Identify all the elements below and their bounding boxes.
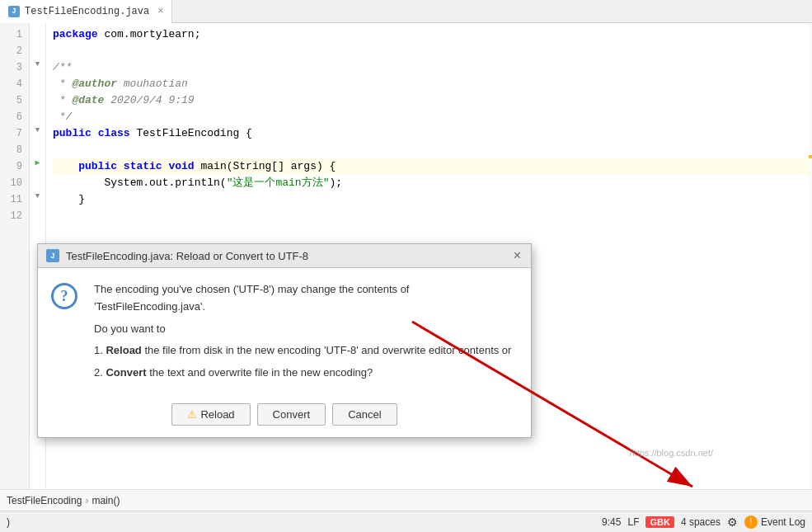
code-line-2 bbox=[53, 43, 809, 59]
line-numbers: 1 2 3 4 5 6 7 8 9 10 11 12 bbox=[0, 23, 30, 489]
dialog-message: The encoding you've chosen ('UTF-8') may… bbox=[94, 281, 518, 387]
status-right: 9:45 LF GBK 4 spaces ⚙ ! Event Log bbox=[602, 516, 805, 529]
event-log-label: Event Log bbox=[761, 516, 805, 528]
dialog-icon-area: ? bbox=[51, 281, 82, 387]
code-line-7: public class TestFileEncoding { bbox=[53, 125, 809, 142]
indent-icon: ⚙ bbox=[727, 516, 738, 529]
dialog-line3-prefix: 1. bbox=[94, 344, 106, 356]
watermark: https://blog.csdn.net/ bbox=[629, 448, 713, 458]
status-encoding-gbk[interactable]: GBK bbox=[645, 516, 674, 528]
status-indent: 4 spaces bbox=[681, 516, 720, 528]
dialog-line4: 2. Convert the text and overwrite file i… bbox=[94, 365, 518, 382]
dialog-java-icon: J bbox=[46, 249, 59, 262]
dialog-buttons: ⚠ Reload Convert Cancel bbox=[38, 397, 531, 437]
dialog-body: ? The encoding you've chosen ('UTF-8') m… bbox=[38, 268, 531, 397]
warning-icon: ⚠ bbox=[187, 408, 197, 421]
dialog-title-text: J TestFileEncoding.java: Reload or Conve… bbox=[46, 249, 308, 262]
dialog-convert-bold: Convert bbox=[106, 366, 146, 379]
warning-marker bbox=[809, 155, 812, 158]
dialog-close-button[interactable]: × bbox=[512, 249, 523, 262]
status-time: 9:45 bbox=[602, 516, 621, 528]
status-line-col: ) bbox=[7, 516, 10, 528]
tab-bar: J TestFileEncoding.java × bbox=[0, 0, 812, 23]
dialog-line3: 1. Reload the file from disk in the new … bbox=[94, 342, 518, 360]
code-line-5: * @date 2020/9/4 9:19 bbox=[53, 92, 809, 109]
tab-label: TestFileEncoding.java bbox=[25, 6, 149, 17]
question-icon: ? bbox=[51, 283, 77, 309]
breadcrumb: TestFileEncoding › main() bbox=[0, 489, 812, 511]
breadcrumb-class: TestFileEncoding bbox=[7, 495, 82, 506]
reload-convert-dialog: J TestFileEncoding.java: Reload or Conve… bbox=[37, 243, 532, 438]
status-bar: ) 9:45 LF GBK 4 spaces ⚙ ! Event Log bbox=[0, 511, 812, 532]
dialog-title-bar: J TestFileEncoding.java: Reload or Conve… bbox=[38, 244, 531, 268]
file-tab[interactable]: J TestFileEncoding.java × bbox=[0, 0, 172, 23]
tab-close-button[interactable]: × bbox=[157, 6, 163, 17]
breadcrumb-method: main() bbox=[92, 495, 120, 506]
code-line-11: } bbox=[53, 191, 809, 208]
dialog-line1: The encoding you've chosen ('UTF-8') may… bbox=[94, 281, 518, 316]
cancel-button[interactable]: Cancel bbox=[332, 403, 397, 426]
event-log-button[interactable]: ! Event Log bbox=[744, 516, 805, 529]
convert-button[interactable]: Convert bbox=[257, 403, 326, 426]
code-line-3: /** bbox=[53, 59, 809, 76]
java-file-icon: J bbox=[8, 6, 20, 17]
event-icon: ! bbox=[744, 516, 758, 529]
breadcrumb-separator: › bbox=[85, 495, 88, 506]
code-line-12 bbox=[53, 208, 809, 224]
dialog-title-label: TestFileEncoding.java: Reload or Convert… bbox=[66, 250, 308, 262]
right-margin bbox=[809, 23, 812, 489]
dialog-line3-suffix: the file from disk in the new encoding '… bbox=[142, 344, 512, 356]
code-line-4: * @author mouhaotian bbox=[53, 76, 809, 92]
code-line-6: */ bbox=[53, 109, 809, 125]
status-line-ending: LF bbox=[627, 516, 639, 528]
code-line-9: public static void main(String[] args) { bbox=[53, 158, 809, 175]
dialog-line4-suffix: the text and overwrite file in the new e… bbox=[147, 366, 373, 379]
dialog-reload-bold: Reload bbox=[106, 344, 141, 356]
editor-area: J TestFileEncoding.java × 1 2 3 4 5 6 7 … bbox=[0, 0, 812, 532]
code-line-10: System.out.println("这是一个main方法"); bbox=[53, 175, 809, 191]
code-line-8 bbox=[53, 142, 809, 158]
dialog-line2: Do you want to bbox=[94, 321, 518, 338]
reload-button[interactable]: ⚠ Reload bbox=[171, 403, 250, 426]
reload-label: Reload bbox=[200, 408, 234, 421]
dialog-line4-prefix: 2. bbox=[94, 366, 106, 379]
code-line-1: package com.mortylearn; bbox=[53, 26, 809, 43]
